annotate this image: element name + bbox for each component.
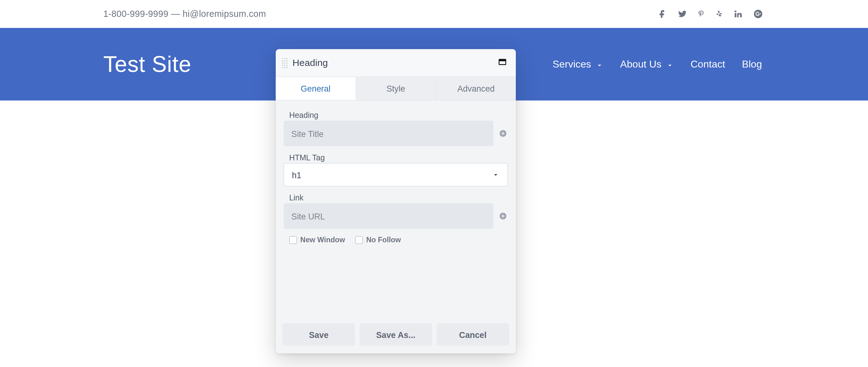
html-tag-label: HTML Tag — [283, 153, 508, 162]
no-follow-label: No Follow — [366, 236, 401, 244]
pinterest-icon[interactable] — [698, 9, 705, 19]
nav-label: Blog — [742, 58, 762, 70]
checkbox-icon — [289, 236, 297, 244]
chevron-down-icon — [666, 60, 674, 68]
tab-advanced[interactable]: Advanced — [436, 77, 516, 100]
no-follow-checkbox[interactable]: No Follow — [355, 236, 401, 244]
panel-header[interactable]: Heading — [276, 49, 516, 77]
tab-general[interactable]: General — [276, 77, 356, 100]
new-window-checkbox[interactable]: New Window — [289, 236, 345, 244]
link-connect-icon[interactable] — [498, 211, 508, 221]
settings-panel: Heading General Style Advanced Heading — [276, 49, 516, 353]
panel-tabs: General Style Advanced — [276, 77, 516, 100]
twitter-icon[interactable] — [677, 9, 687, 19]
panel-title: Heading — [292, 57, 328, 68]
html-tag-value: h1 — [292, 170, 301, 179]
nav-services[interactable]: Services — [553, 58, 603, 70]
link-field-label: Link — [283, 193, 508, 202]
topbar: 1-800-999-9999 — hi@loremipsum.com — [0, 0, 868, 28]
panel-spacer — [283, 251, 508, 312]
topbar-contact: 1-800-999-9999 — hi@loremipsum.com — [103, 9, 266, 19]
heading-connect-icon[interactable] — [498, 128, 508, 139]
save-as-button[interactable]: Save As... — [360, 323, 432, 345]
yelp-icon[interactable] — [715, 9, 723, 19]
cancel-button[interactable]: Cancel — [437, 323, 509, 345]
html-tag-select[interactable]: h1 — [283, 163, 508, 187]
link-input[interactable] — [283, 203, 494, 229]
nav-about[interactable]: About Us — [620, 58, 674, 70]
new-window-label: New Window — [300, 236, 345, 244]
drag-handle-icon[interactable] — [281, 57, 288, 68]
svg-rect-2 — [499, 59, 506, 61]
panel-body: Heading HTML Tag h1 Link — [276, 100, 516, 317]
social-links — [657, 9, 763, 19]
chevron-down-icon — [492, 171, 499, 179]
nav-blog[interactable]: Blog — [742, 58, 762, 70]
chevron-down-icon — [595, 60, 603, 68]
site-title[interactable]: Test Site — [103, 52, 191, 77]
linkedin-icon[interactable] — [733, 9, 743, 19]
nav-label: Contact — [690, 58, 725, 70]
facebook-icon[interactable] — [657, 9, 667, 19]
save-button[interactable]: Save — [283, 323, 355, 345]
googleplus-icon[interactable] — [753, 9, 763, 19]
heading-input[interactable] — [283, 121, 494, 146]
nav-label: Services — [553, 58, 591, 70]
checkbox-icon — [355, 236, 363, 244]
panel-footer: Save Save As... Cancel — [276, 317, 516, 353]
responsive-toggle-icon[interactable] — [498, 57, 507, 68]
nav-contact[interactable]: Contact — [690, 58, 725, 70]
heading-field-label: Heading — [283, 111, 508, 120]
main-nav: Services About Us Contact Blog — [553, 58, 762, 70]
nav-label: About Us — [620, 58, 661, 70]
tab-style[interactable]: Style — [356, 77, 436, 100]
